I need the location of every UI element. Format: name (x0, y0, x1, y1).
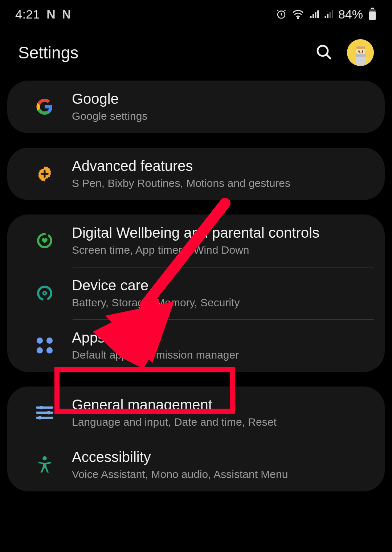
status-bar: 4:21 N N 84% (0, 0, 392, 28)
wifi-icon (292, 9, 304, 19)
svg-point-9 (358, 50, 360, 52)
settings-item-sub: Default apps, Permission manager (72, 348, 239, 362)
settings-item-sub: Screen time, App timers, Wind Down (72, 243, 319, 257)
settings-item-apps[interactable]: Apps Default apps, Permission manager (7, 319, 385, 372)
app-header: Settings (0, 28, 392, 81)
svg-point-10 (362, 50, 363, 52)
svg-rect-4 (369, 12, 376, 20)
page-title: Settings (18, 43, 78, 62)
search-icon (315, 43, 332, 62)
svg-point-23 (42, 456, 47, 461)
settings-item-general-management[interactable]: General management Language and input, D… (7, 387, 385, 439)
signal-2-icon (324, 9, 333, 19)
settings-item-sub: Battery, Storage, Memory, Security (72, 296, 240, 310)
settings-group-general: General management Language and input, D… (7, 387, 385, 491)
settings-item-label: General management (72, 397, 277, 413)
settings-item-label: Apps (72, 330, 239, 346)
device-care-icon (17, 285, 72, 302)
settings-item-advanced-features[interactable]: Advanced features S Pen, Bixby Routines,… (7, 148, 385, 200)
search-button[interactable] (313, 42, 335, 64)
status-notification-2: N (62, 7, 71, 21)
battery-percent: 84% (338, 7, 363, 21)
svg-rect-12 (356, 54, 366, 57)
settings-item-google[interactable]: Google Google settings (7, 81, 385, 133)
avatar-icon (347, 39, 374, 66)
apps-icon (17, 338, 72, 353)
settings-item-label: Google (72, 91, 147, 107)
settings-group-device: Digital Wellbeing and parental controls … (7, 214, 385, 372)
settings-item-label: Accessibility (72, 449, 288, 465)
sliders-icon (17, 405, 72, 421)
wellbeing-icon (17, 232, 72, 249)
google-icon (17, 98, 72, 115)
svg-rect-8 (356, 46, 365, 49)
settings-item-label: Device care (72, 277, 240, 294)
svg-point-20 (47, 411, 50, 414)
settings-group-google: Google Google settings (7, 81, 385, 133)
settings-item-label: Digital Wellbeing and parental controls (72, 225, 319, 241)
gear-plus-icon (17, 165, 72, 183)
accessibility-icon (17, 456, 72, 474)
settings-group-advanced: Advanced features S Pen, Bixby Routines,… (7, 148, 385, 200)
settings-item-accessibility[interactable]: Accessibility Voice Assistant, Mono audi… (7, 439, 385, 491)
settings-item-digital-wellbeing[interactable]: Digital Wellbeing and parental controls … (7, 214, 385, 267)
signal-1-icon (309, 9, 319, 19)
svg-point-22 (38, 416, 42, 420)
svg-point-16 (44, 292, 46, 294)
status-clock: 4:21 (15, 7, 40, 21)
settings-item-device-care[interactable]: Device care Battery, Storage, Memory, Se… (7, 267, 385, 320)
profile-avatar[interactable] (347, 39, 374, 66)
settings-item-sub: Google settings (72, 109, 147, 123)
svg-point-18 (40, 406, 43, 409)
settings-item-label: Advanced features (72, 158, 290, 174)
svg-point-1 (297, 17, 299, 19)
alarm-icon (276, 9, 287, 20)
battery-icon (368, 8, 377, 21)
settings-item-sub: S Pen, Bixby Routines, Motions and gestu… (72, 176, 290, 190)
settings-item-sub: Voice Assistant, Mono audio, Assistant M… (72, 467, 288, 481)
status-notification-1: N (46, 7, 56, 21)
svg-rect-2 (371, 8, 374, 9)
settings-item-sub: Language and input, Date and time, Reset (72, 415, 277, 429)
